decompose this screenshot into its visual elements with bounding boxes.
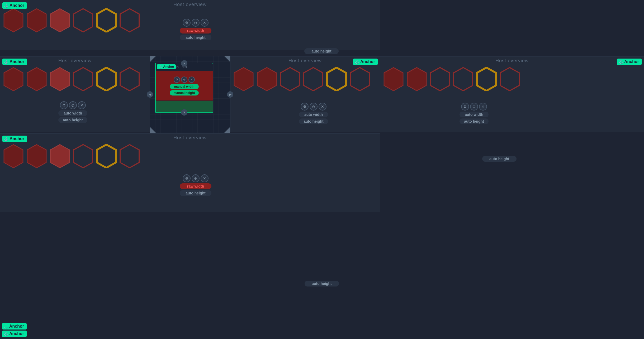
auto-width-badge-ml: auto width xyxy=(58,110,87,116)
anchor-label-top: Anchor xyxy=(10,3,24,8)
gear-btn-ml[interactable] xyxy=(60,101,68,109)
copy-btn-ml[interactable] xyxy=(69,101,77,109)
control-group-mr: auto width auto height xyxy=(299,103,328,124)
anchor-icon-inner: ⚓ xyxy=(158,65,162,69)
hex-5-gold xyxy=(96,8,117,32)
manual-height-badge: manual height xyxy=(170,90,199,96)
copy-btn-inner[interactable] xyxy=(181,77,187,83)
arrow-left-btn[interactable]: ◀ xyxy=(147,91,153,98)
anchor-icon-far-right: ⚓ xyxy=(619,60,623,64)
svg-marker-5 xyxy=(120,9,139,32)
anchor-badge-far-right[interactable]: ⚓ Anchor xyxy=(617,59,642,65)
anchor-icon-mid-right: ⚓ xyxy=(355,60,359,64)
auto-height-badge-bottom: auto height xyxy=(180,190,211,196)
hex-row-far-right xyxy=(383,67,520,91)
anchor-badge-top[interactable]: ⚓ Anchor xyxy=(2,2,27,9)
auto-height-badge-top-2: auto height xyxy=(304,48,339,54)
hex-row-bottom xyxy=(3,144,140,168)
hex-fr-2 xyxy=(406,67,427,91)
svg-marker-19 xyxy=(27,145,46,168)
arrow-right-btn[interactable]: ▶ xyxy=(227,91,233,98)
bottom-panel: Host overview ⚓ Anchor xyxy=(0,133,380,212)
copy-btn-mr[interactable] xyxy=(310,103,318,111)
svg-marker-20 xyxy=(50,145,69,168)
hex-row-mid-right xyxy=(233,67,370,91)
resize-bottom[interactable]: ▼ xyxy=(181,109,187,116)
hex-mr-5-gold xyxy=(326,67,347,91)
anchor-badge-inner[interactable]: ⚓ Anchor xyxy=(157,64,176,69)
svg-marker-2 xyxy=(50,9,69,32)
svg-marker-6 xyxy=(4,68,23,91)
hex-4 xyxy=(73,8,94,32)
anchor-badge-bottom-left[interactable]: ⚓ Anchor xyxy=(2,331,27,337)
anchor-label-mid-left: Anchor xyxy=(10,59,24,64)
copy-btn-bottom[interactable] xyxy=(192,174,200,182)
svg-marker-11 xyxy=(120,68,139,91)
anchor-label-inner: Anchor xyxy=(163,65,174,69)
anchor-icon-very-bottom: ⚓ xyxy=(4,324,8,328)
svg-marker-27 xyxy=(454,68,473,91)
hex-mr-1 xyxy=(233,67,254,91)
svg-marker-15 xyxy=(304,68,323,91)
svg-marker-26 xyxy=(430,68,449,91)
hex-ml-6 xyxy=(119,67,140,91)
inner-hex-area: manual width manual height xyxy=(156,71,213,101)
raw-width-badge-top: raw width xyxy=(180,28,211,34)
svg-marker-0 xyxy=(4,9,23,32)
anchor-label-far-right: Anchor xyxy=(624,59,639,64)
svg-marker-14 xyxy=(281,68,300,91)
ctrl-btns-top xyxy=(183,19,209,27)
hex-mr-6 xyxy=(349,67,370,91)
close-btn-ml[interactable] xyxy=(78,101,86,109)
svg-marker-18 xyxy=(4,145,23,168)
copy-btn-top[interactable] xyxy=(192,19,200,27)
raw-width-badge-bottom: raw width xyxy=(180,183,211,189)
anchor-badge-mid-left[interactable]: ⚓ Anchor xyxy=(2,59,27,65)
gear-btn-inner[interactable] xyxy=(174,77,180,83)
resize-top[interactable]: ▲ xyxy=(181,60,187,66)
hex-1 xyxy=(3,8,24,32)
control-group-mid-left: auto width auto height xyxy=(58,101,87,123)
hex-fr-4 xyxy=(453,67,474,91)
auto-height-badge-mr: auto height xyxy=(299,118,328,124)
svg-marker-7 xyxy=(27,68,46,91)
copy-btn-fr[interactable] xyxy=(470,103,478,111)
hex-row-mid-left xyxy=(3,67,140,91)
hex-b-5-gold xyxy=(96,144,117,168)
close-btn-inner[interactable] xyxy=(188,77,195,83)
svg-marker-29 xyxy=(500,68,519,91)
control-group-top: raw width auto height xyxy=(180,19,211,40)
anchor-badge-very-bottom[interactable]: ⚓ Anchor xyxy=(2,323,27,330)
middle-right-title: Host overview xyxy=(288,58,322,64)
gear-btn-mr[interactable] xyxy=(301,103,309,111)
svg-marker-8 xyxy=(50,68,69,91)
gear-btn-bottom[interactable] xyxy=(183,174,191,182)
gear-btn-fr[interactable] xyxy=(461,103,469,111)
svg-marker-10 xyxy=(97,68,116,91)
inner-draggable-panel[interactable]: ▲ ⚓ Anchor Ho... trix manual width manua… xyxy=(155,63,213,113)
middle-left-panel: Host overview ⚓ Anchor xyxy=(0,56,150,132)
hex-ml-3 xyxy=(49,67,70,91)
svg-marker-22 xyxy=(97,145,116,168)
close-btn-mr[interactable] xyxy=(319,103,326,111)
close-btn-fr[interactable] xyxy=(479,103,487,111)
anchor-badge-mid-right[interactable]: ⚓ Anchor xyxy=(353,59,378,65)
auto-height-badge-top: auto height xyxy=(180,35,211,40)
svg-marker-4 xyxy=(97,9,116,32)
anchor-icon-mid-left: ⚓ xyxy=(4,60,8,64)
anchor-label-very-bottom: Anchor xyxy=(9,324,24,329)
close-btn-top[interactable] xyxy=(201,19,209,27)
hex-ml-2 xyxy=(26,67,47,91)
middle-left-title: Host overview xyxy=(58,58,92,64)
anchor-icon-bottom: ⚓ xyxy=(4,137,8,141)
hex-mr-2 xyxy=(256,67,277,91)
anchor-badge-bottom[interactable]: ⚓ Anchor xyxy=(2,136,27,142)
ctrl-btns-mid-left xyxy=(60,101,86,109)
middle-right-panel: Host overview ⚓ Anchor xyxy=(230,56,380,132)
auto-width-badge-fr: auto width xyxy=(460,112,489,117)
hex-2 xyxy=(26,8,47,32)
gear-btn-top[interactable] xyxy=(183,19,191,27)
hex-b-4 xyxy=(73,144,94,168)
close-btn-bottom[interactable] xyxy=(201,174,209,182)
anchor-icon-bottom-left: ⚓ xyxy=(4,332,8,336)
